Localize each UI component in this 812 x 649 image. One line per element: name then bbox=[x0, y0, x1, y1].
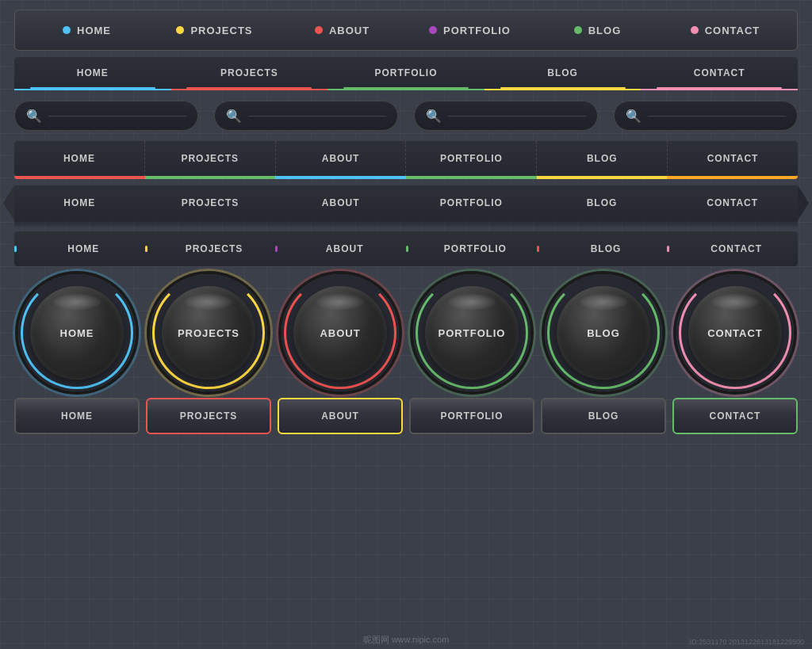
search-row: 🔍 🔍 🔍 🔍 bbox=[14, 97, 798, 135]
circle-btn-contact[interactable]: CONTACT bbox=[676, 274, 794, 391]
circle-label: PROJECTS bbox=[178, 327, 239, 339]
nav5-label: BLOG bbox=[591, 243, 622, 254]
nav5-item-portfolio[interactable]: PORTFOLIO bbox=[406, 243, 537, 254]
nav5-bar-indicator bbox=[145, 246, 147, 252]
rect-btn-portfolio[interactable]: PORTFOLIO bbox=[409, 398, 534, 434]
nav5-bar-indicator bbox=[275, 246, 278, 252]
dot-icon bbox=[691, 26, 699, 34]
nav1-item-about[interactable]: ABOUT bbox=[278, 25, 406, 36]
nav2-label: HOME bbox=[77, 67, 109, 78]
nav5-item-home[interactable]: HOME bbox=[14, 243, 145, 254]
rect-btn-contact[interactable]: CONTACT bbox=[672, 398, 798, 434]
circle-inner-about: ABOUT bbox=[293, 286, 387, 380]
circle-btn-portfolio[interactable]: PORTFOLIO bbox=[413, 274, 530, 391]
rect-btn-projects[interactable]: PROJECTS bbox=[146, 398, 271, 434]
nav1-item-home[interactable]: HOME bbox=[23, 25, 151, 36]
nav4-label: BLOG bbox=[587, 197, 618, 208]
nav5-label: ABOUT bbox=[326, 243, 364, 254]
nav3-color-seg-1 bbox=[145, 176, 276, 179]
nav1-label: PROJECTS bbox=[190, 25, 252, 36]
nav5-label: HOME bbox=[67, 243, 99, 254]
nav2-item-blog[interactable]: BLOG bbox=[485, 57, 642, 90]
nav3-item-home[interactable]: HOME bbox=[14, 141, 145, 176]
nav1-label: PORTFOLIO bbox=[443, 25, 511, 36]
nav3-label: HOME bbox=[63, 153, 95, 164]
nav5-label: CONTACT bbox=[710, 243, 762, 254]
nav3-color-seg-0 bbox=[14, 176, 145, 179]
nav1-item-contact[interactable]: CONTACT bbox=[661, 25, 789, 36]
nav5-item-projects[interactable]: PROJECTS bbox=[145, 243, 276, 254]
circle-btn-home[interactable]: HOME bbox=[18, 274, 136, 391]
search-box-3[interactable]: 🔍 bbox=[614, 101, 798, 131]
nav1-label: CONTACT bbox=[705, 25, 760, 36]
circle-highlight bbox=[580, 294, 627, 310]
circle-label: HOME bbox=[60, 327, 94, 339]
nav2-label: CONTACT bbox=[694, 67, 745, 78]
nav4-item-contact[interactable]: CONTACT bbox=[667, 197, 798, 208]
nav3-label: ABOUT bbox=[322, 153, 360, 164]
circle-highlight bbox=[53, 294, 101, 310]
circle-highlight bbox=[185, 294, 232, 310]
ribbon-left-tail bbox=[3, 185, 14, 220]
circle-label: CONTACT bbox=[707, 327, 763, 339]
nav4-item-home[interactable]: HOME bbox=[14, 197, 145, 208]
nav6-wrapper: HOME PROJECTS ABOUT PORTFOLIO BLOG CONTA… bbox=[14, 274, 798, 391]
nav3-label: CONTACT bbox=[707, 153, 759, 164]
nav5-item-blog[interactable]: BLOG bbox=[537, 243, 668, 254]
nav3-wrapper: HOMEPROJECTSABOUTPORTFOLIOBLOGCONTACT bbox=[14, 141, 798, 179]
nav3-label: PORTFOLIO bbox=[440, 153, 503, 164]
nav4-label: HOME bbox=[63, 197, 95, 208]
nav3-item-contact[interactable]: CONTACT bbox=[668, 141, 798, 176]
dot-icon bbox=[176, 26, 184, 34]
nav3-item-about[interactable]: ABOUT bbox=[276, 141, 407, 176]
rect-btn-home[interactable]: HOME bbox=[14, 398, 140, 434]
nav1-item-projects[interactable]: PROJECTS bbox=[151, 25, 278, 36]
nav4-item-about[interactable]: ABOUT bbox=[275, 197, 406, 208]
nav2-item-home[interactable]: HOME bbox=[14, 57, 171, 90]
search-box-1[interactable]: 🔍 bbox=[214, 101, 398, 131]
nav5-bar-indicator bbox=[406, 246, 408, 252]
rect-btn-about[interactable]: ABOUT bbox=[278, 398, 403, 434]
nav2-item-projects[interactable]: PROJECTS bbox=[171, 57, 328, 90]
nav5-bar-indicator bbox=[667, 246, 669, 252]
circle-highlight bbox=[448, 294, 496, 310]
circle-btn-projects[interactable]: PROJECTS bbox=[150, 274, 267, 391]
nav2-bar: HOMEPROJECTSPORTFOLIOBLOGCONTACT bbox=[14, 57, 798, 90]
nav4-item-projects[interactable]: PROJECTS bbox=[145, 197, 276, 208]
nav2-item-contact[interactable]: CONTACT bbox=[641, 57, 798, 90]
rect-btn-label: ABOUT bbox=[321, 410, 359, 422]
nav5-bar-indicator bbox=[14, 246, 17, 252]
circle-inner-portfolio: PORTFOLIO bbox=[425, 286, 519, 380]
circle-label: PORTFOLIO bbox=[439, 327, 506, 339]
nav5-label: PORTFOLIO bbox=[444, 243, 507, 254]
dot-icon bbox=[63, 26, 71, 34]
nav3-item-projects[interactable]: PROJECTS bbox=[145, 141, 276, 176]
nav1-label: HOME bbox=[77, 25, 111, 36]
search-box-0[interactable]: 🔍 bbox=[14, 101, 198, 131]
circle-btn-blog[interactable]: BLOG bbox=[545, 274, 662, 391]
nav3-item-blog[interactable]: BLOG bbox=[537, 141, 668, 176]
circle-inner-projects: PROJECTS bbox=[162, 286, 255, 380]
nav1-item-portfolio[interactable]: PORTFOLIO bbox=[406, 25, 534, 36]
nav5-item-about[interactable]: ABOUT bbox=[275, 243, 406, 254]
dot-icon bbox=[315, 26, 323, 34]
rect-btn-label: BLOG bbox=[588, 410, 619, 422]
search-input-line bbox=[48, 116, 186, 116]
nav1-item-blog[interactable]: BLOG bbox=[534, 25, 661, 36]
search-box-2[interactable]: 🔍 bbox=[414, 101, 598, 131]
circle-btn-about[interactable]: ABOUT bbox=[282, 274, 399, 391]
nav4-item-blog[interactable]: BLOG bbox=[537, 197, 668, 208]
nav4-item-portfolio[interactable]: PORTFOLIO bbox=[406, 197, 537, 208]
nav3-item-portfolio[interactable]: PORTFOLIO bbox=[406, 141, 537, 176]
search-input-line bbox=[448, 116, 586, 116]
rect-btn-label: CONTACT bbox=[710, 410, 761, 422]
nav2-wrapper: HOMEPROJECTSPORTFOLIOBLOGCONTACT bbox=[14, 57, 798, 90]
dot-icon bbox=[429, 26, 437, 34]
rect-btn-label: PORTFOLIO bbox=[441, 410, 504, 422]
nav2-item-portfolio[interactable]: PORTFOLIO bbox=[327, 57, 485, 90]
nav5-item-contact[interactable]: CONTACT bbox=[667, 243, 798, 254]
circle-inner-blog: BLOG bbox=[557, 286, 650, 380]
search-icon: 🔍 bbox=[626, 109, 642, 124]
nav4-label: PORTFOLIO bbox=[440, 197, 503, 208]
rect-btn-blog[interactable]: BLOG bbox=[541, 398, 666, 434]
